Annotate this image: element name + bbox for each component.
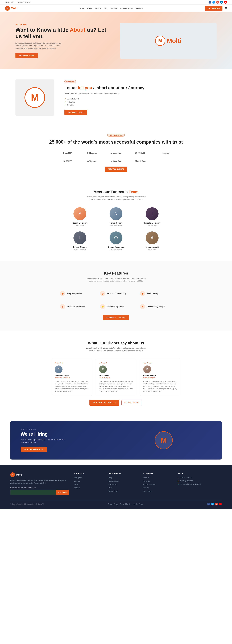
team-name-5: Ocean Mcnamara — [101, 246, 131, 248]
footer-copyright: © Copyright Molti 2021. Made with ♥ By D… — [10, 503, 44, 505]
footer-email: ✉ contact@molti.com — [178, 480, 222, 482]
features-grid: ◉ Fully Responsive ◎ Browser Compatibili… — [58, 289, 174, 311]
footer-address-text: 45 Uniqa Square D, New York — [181, 483, 201, 485]
footer-privacy-policy[interactable]: Privacy Policy — [108, 503, 118, 505]
hiring-logo-letter: M — [161, 436, 167, 445]
social-twitter[interactable]: t — [213, 1, 215, 4]
view-more-features-button[interactable]: VIEW MORE FEATURES — [103, 315, 129, 320]
brand-kaguje-icon: ⬡ — [135, 152, 137, 154]
hero-brand-letter: M — [158, 38, 162, 44]
footer-link-community[interactable]: Community — [109, 484, 117, 486]
nav-elements[interactable]: Elements — [136, 8, 143, 10]
hamburger-icon[interactable]: ☰ — [225, 7, 227, 10]
nav-home[interactable]: Home — [80, 8, 84, 10]
hero-title: Want to Know a little About us? Let us t… — [15, 27, 112, 40]
team-role-1: CEO/Founder — [64, 224, 95, 226]
footer-company-links: Services About Us Happy Customers Portfo… — [143, 476, 173, 492]
footer-link-affiliates[interactable]: Affiliates — [74, 487, 80, 489]
nav-services[interactable]: Services — [95, 8, 102, 10]
footer-link-careers[interactable]: Careers — [74, 480, 80, 482]
social-youtube[interactable]: ▶ — [224, 1, 227, 4]
journey-list: ✓Love what we do ✓Motivation ✓Simplicity — [64, 98, 217, 107]
hero-description: At vero eos et accusamus iusto odio dign… — [15, 42, 62, 50]
hero-section: WHO WE ARE? Want to Know a little About … — [0, 12, 232, 69]
feature-icon-4: ◈ — [60, 304, 65, 309]
hiring-logo-area: M — [116, 431, 211, 449]
team-avatar-6: A — [146, 232, 159, 244]
hero-cta-button[interactable]: READ OUR STORY — [15, 53, 38, 58]
footer-link-portfolio[interactable]: Portfolio — [143, 487, 149, 489]
navbar: M Molti Home Pages Services Blog Portfol… — [0, 4, 232, 12]
team-member-1: S Sarah Morrison CEO/Founder — [64, 207, 95, 226]
footer-address: 📍 45 Uniqa Square D, New York — [178, 483, 222, 485]
brand-elegance-name: Elegance — [89, 152, 97, 154]
team-member-6: A Amaan Abbott Article Writer — [137, 232, 168, 250]
footer-newsletter-button[interactable]: SUBSCRIBE — [56, 490, 69, 495]
team-avatar-4: L — [73, 232, 86, 244]
footer-social-googleplus[interactable]: g — [215, 502, 218, 506]
footer-link-blog[interactable]: Blog — [109, 477, 112, 479]
logo-icon: M — [5, 6, 10, 11]
hiring-content: Want to join us? We're Hiring We'd love … — [21, 429, 116, 452]
brand-adaptlive: ◈ adaptlive — [106, 150, 126, 156]
testimonial-name-1: Solomon Fields — [55, 374, 89, 377]
view-all-clients-button[interactable]: VIEW ALL CLIENTS — [105, 166, 127, 172]
team-avatar-3: I — [146, 207, 159, 220]
nav-right: GET STARTED ☰ — [205, 6, 227, 11]
footer-link-about-us[interactable]: About Us — [143, 480, 150, 482]
footer-social-facebook[interactable]: f — [207, 502, 210, 506]
hero-title-part1: Want to Know a little — [15, 27, 70, 33]
footer-terms-of-service[interactable]: Terms of Service — [120, 503, 131, 505]
feature-5: ⚡ Fast Loading Times — [98, 302, 134, 311]
journey-title-part2: a short about our Journey — [92, 86, 144, 90]
footer-newsletter-form: SUBSCRIBE — [10, 490, 69, 495]
social-linkedin[interactable]: in — [220, 1, 223, 4]
brand-leadgen-icon: ↗ — [111, 160, 112, 162]
footer-link-news[interactable]: News — [74, 484, 78, 486]
feature-name-1: Fully Responsive — [67, 292, 82, 294]
footer-link-services[interactable]: Services — [143, 477, 149, 479]
hero-content: WHO WE ARE? Want to Know a little About … — [15, 24, 112, 58]
features-section: Key Features Lorem Ipsum is simply dummy… — [0, 261, 232, 330]
footer-link-documentation[interactable]: Documentation — [109, 480, 119, 482]
footer-navigate-links: Homepage Careers News Affiliates — [74, 476, 103, 489]
view-open-positions-button[interactable]: VIEW OPEN POSITIONS — [21, 447, 47, 452]
footer-newsletter-input[interactable] — [10, 490, 56, 495]
feature-4: ◈ Built with WordPress — [58, 302, 94, 311]
see-all-clients-button[interactable]: SEE ALL CLIENTS — [121, 400, 142, 405]
social-facebook[interactable]: f — [209, 1, 211, 4]
journey-content: Our History Let us tell you a short abou… — [64, 80, 217, 115]
testimonial-name-2: Firat Hicks — [99, 374, 133, 377]
hiring-logo-circle: M — [155, 431, 173, 449]
view-more-testimonials-button[interactable]: VIEW MORE TESTIMONIALS — [89, 400, 119, 406]
get-started-button[interactable]: GET STARTED — [205, 6, 223, 11]
footer-social-youtube[interactable]: ▶ — [219, 502, 222, 506]
footer-cookie-policy[interactable]: Cookie Policy — [133, 503, 143, 505]
testimonials-description: Lorem Ipsum is simply dummy text of the … — [84, 347, 148, 352]
nav-pages[interactable]: Pages — [87, 8, 92, 10]
nav-blog[interactable]: Blog — [105, 8, 108, 10]
footer-link-homepage[interactable]: Homepage — [74, 477, 82, 479]
team-avatar-img-1: S — [73, 207, 86, 220]
nav-header-footer[interactable]: Header & Footer — [120, 8, 133, 10]
hero-title-accent: About — [70, 27, 85, 33]
footer-link-help-center[interactable]: Help Center — [143, 490, 151, 492]
logo[interactable]: M Molti — [5, 6, 17, 11]
social-googleplus[interactable]: g — [216, 1, 219, 4]
journey-cta-button[interactable]: READ FULL STORY — [64, 110, 87, 115]
footer-link-design-case[interactable]: Design Case — [109, 490, 118, 492]
footer-social-twitter[interactable]: t — [211, 502, 214, 506]
feature-name-3: Retina Ready — [147, 292, 158, 294]
testimonials-section: What Our Clients say about us Lorem Ipsu… — [0, 330, 232, 416]
team-name-3: Isabella Morrison — [137, 222, 168, 224]
brand-taggore: ◇ Taggore — [82, 158, 101, 164]
footer-link-pricing[interactable]: Pricing — [109, 487, 113, 489]
team-avatar-img-3: I — [146, 207, 159, 220]
feature-2: ◎ Browser Compatibility — [98, 289, 134, 298]
nav-portfolio[interactable]: Portfolio — [111, 8, 117, 10]
team-member-2: N Nayan Robert Creative Director — [101, 207, 131, 226]
footer-navigate-col: NAVIGATE Homepage Careers News Affiliate… — [74, 472, 103, 495]
footer-brand-description: Molti is a Professionally Designed Multi… — [10, 479, 69, 484]
footer-link-happy-customers[interactable]: Happy Customers — [143, 484, 156, 486]
journey-title: Let us tell you a short about our Journe… — [64, 85, 217, 90]
